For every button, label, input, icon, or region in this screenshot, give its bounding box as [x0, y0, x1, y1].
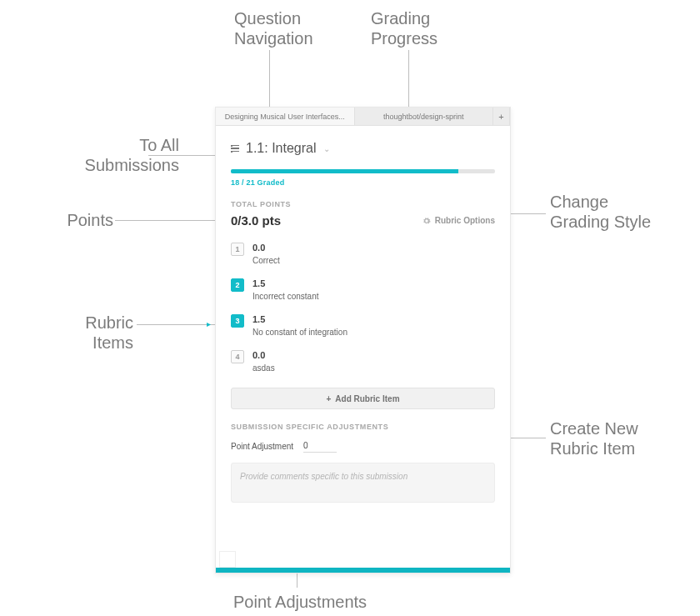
grading-progress-bar — [231, 169, 495, 173]
tab-bar: Designing Musical User Interfaces... tho… — [216, 108, 510, 126]
rubric-item-points: 1.5 — [252, 278, 318, 288]
annotation-create-new-rubric-item: Create NewRubric Item — [550, 418, 638, 458]
ssa-label: SUBMISSION SPECIFIC ADJUSTMENTS — [231, 423, 495, 431]
point-adjustment-label: Point Adjustment — [231, 442, 293, 451]
annotation-grading-progress: GradingProgress — [371, 8, 438, 48]
rubric-item-desc: No constant of integration — [252, 328, 348, 337]
rubric-item-number[interactable]: 1 — [231, 243, 244, 256]
rubric-item-desc: Correct — [252, 256, 280, 265]
rubric-item-points: 0.0 — [252, 243, 280, 253]
browser-tab-right[interactable]: thoughtbot/design-sprint — [355, 108, 494, 125]
grading-panel: Designing Musical User Interfaces... tho… — [215, 107, 511, 573]
chevron-down-icon: ⌄ — [323, 144, 330, 153]
gear-icon — [422, 217, 431, 225]
rubric-item[interactable]: 31.5No constant of integration — [231, 308, 495, 343]
rubric-item[interactable]: 10.0Correct — [231, 236, 495, 272]
caret-icon: ▸ — [207, 319, 211, 328]
footer-accent — [216, 568, 510, 573]
annotation-question-nav: QuestionNavigation — [234, 8, 313, 48]
list-icon — [231, 145, 239, 153]
comment-box[interactable]: Provide comments specific to this submis… — [231, 463, 495, 503]
rubric-item-points: 1.5 — [252, 314, 348, 324]
total-points-label: TOTAL POINTS — [231, 200, 495, 208]
browser-tab-left[interactable]: Designing Musical User Interfaces... — [216, 108, 355, 125]
graded-count: 18 / 21 Graded — [231, 178, 495, 187]
question-title: 1.1: Integral — [246, 141, 317, 156]
rubric-item[interactable]: 40.0asdas — [231, 343, 495, 379]
add-rubric-item-button[interactable]: + Add Rubric Item — [231, 388, 495, 409]
annotation-points: Points — [63, 210, 113, 230]
add-rubric-label: Add Rubric Item — [335, 394, 399, 403]
rubric-item[interactable]: 21.5Incorrect constant — [231, 272, 495, 308]
annotation-rubric-items: RubricItems — [79, 313, 133, 353]
rubric-item-desc: asdas — [252, 363, 275, 373]
question-selector[interactable]: 1.1: Integral ⌄ — [231, 141, 495, 156]
rubric-item-number[interactable]: 3 — [231, 314, 244, 328]
rubric-options-button[interactable]: Rubric Options — [422, 216, 495, 225]
plus-icon: + — [326, 394, 331, 403]
rubric-item-desc: Incorrect constant — [252, 292, 318, 301]
point-adjustment-input[interactable] — [303, 439, 337, 453]
rubric-item-number[interactable]: 2 — [231, 278, 244, 292]
annotation-change-grading-style: ChangeGrading Style — [550, 192, 651, 232]
points-display: 0/3.0 pts — [231, 213, 281, 228]
annotation-point-adjustments: Point Adjustments — [233, 592, 367, 612]
rubric-item-points: 0.0 — [252, 350, 275, 360]
rubric-item-number[interactable]: 4 — [231, 350, 244, 363]
new-tab-button[interactable]: + — [493, 108, 510, 125]
rubric-options-label: Rubric Options — [435, 216, 495, 225]
